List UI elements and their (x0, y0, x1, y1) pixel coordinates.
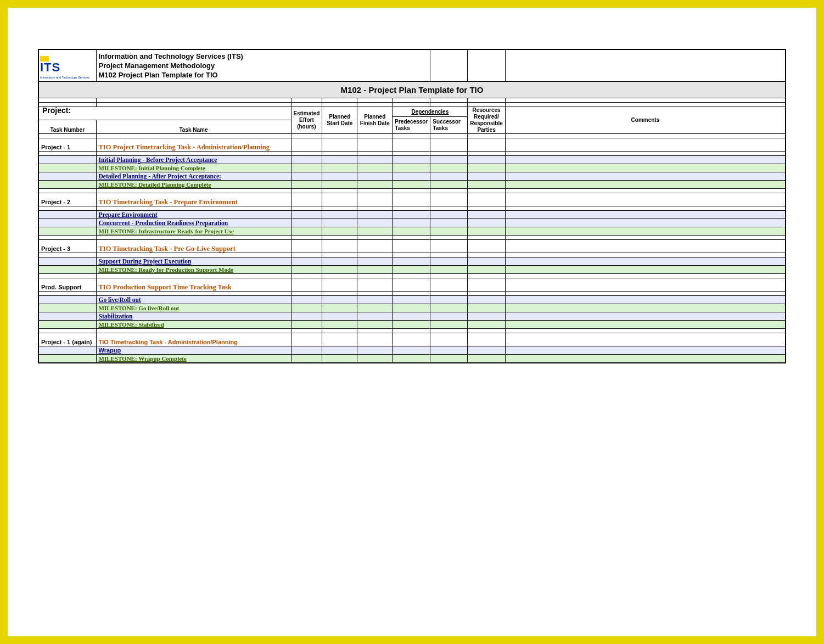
task-name-cell: Detailed Planning - After Project Accept… (96, 172, 291, 181)
table-row: Prod. SupportTIO Production Support Time… (38, 278, 786, 292)
document-page: ITS Information and Technology Services … (0, 0, 824, 644)
task-number-cell: Prod. Support (38, 278, 96, 292)
task-name-cell: Prepare Environment (96, 211, 291, 219)
task-name-cell: TIO Timetracking Task - Administration/P… (96, 333, 291, 346)
milestone-label: MILESTONE: Infrastructure Ready for Proj… (99, 228, 234, 234)
subtask-label: Prepare Environment (99, 211, 158, 218)
table-row (38, 134, 786, 138)
table-row: MILESTONE: Go live/Roll out (38, 304, 786, 312)
task-number-cell: Project - 1 (again) (38, 333, 96, 346)
subtask-label: Go live/Roll out (99, 296, 141, 303)
header-row: ITS Information and Technology Services … (38, 49, 786, 82)
title-row: M102 - Project Plan Template for TIO (38, 82, 786, 98)
banner-title: M102 - Project Plan Template for TIO (38, 82, 786, 98)
milestone-label: MILESTONE: Stabilized (99, 321, 164, 328)
table-row: Prepare Environment (38, 211, 786, 219)
table-row: MILESTONE: Initial Planning Complete (38, 164, 786, 172)
col-resources: Resources Required/ Responsible Parties (468, 107, 505, 134)
col-successor: Successor Tasks (430, 117, 468, 134)
section-heading: TIO Timetracking Task - Pre Go-Live Supp… (99, 245, 236, 253)
table-row (38, 274, 786, 278)
table-row: Detailed Planning - After Project Accept… (38, 172, 786, 181)
table-row (38, 292, 786, 296)
task-name-cell: Initial Planning - Before Project Accept… (96, 156, 291, 164)
table-row: Project - 2TIO Timetracking Task - Prepa… (38, 193, 786, 206)
table-row: MILESTONE: Detailed Planning Complete (38, 181, 786, 189)
task-name-cell: MILESTONE: Ready for Production Support … (96, 266, 291, 274)
task-name-cell: MILESTONE: Wrapup Complete (96, 355, 291, 363)
table-row (38, 206, 786, 211)
table-row: Project - 1TIO Project Timetracking Task… (38, 138, 786, 152)
project-plan-table: ITS Information and Technology Services … (38, 49, 786, 363)
milestone-label: MILESTONE: Initial Planning Complete (99, 165, 205, 171)
table-row: Concurrent - Production Readiness Prepar… (38, 219, 786, 227)
milestone-label: MILESTONE: Ready for Production Support … (99, 266, 233, 273)
table-row: Support During Project Execution (38, 257, 786, 266)
header-text-block: Information and Technology Services (ITS… (96, 49, 430, 82)
subtask-label: Concurrent - Production Readiness Prepar… (99, 220, 228, 226)
task-name-cell: TIO Production Support Time Tracking Tas… (96, 278, 291, 292)
logo-tagline: Information and Technology Services (40, 74, 89, 81)
table-row (38, 152, 786, 156)
spacer-row (38, 98, 786, 103)
table-row: Initial Planning - Before Project Accept… (38, 156, 786, 164)
task-name-cell: MILESTONE: Infrastructure Ready for Proj… (96, 227, 291, 236)
task-name-cell: MILESTONE: Detailed Planning Complete (96, 181, 291, 189)
subtask-label: Stabilization (99, 313, 133, 320)
header-line-1: Information and Technology Services (ITS… (99, 52, 428, 61)
task-number-cell: Project - 2 (38, 193, 96, 206)
section-heading: TIO Timetracking Task - Prepare Environm… (99, 198, 238, 206)
task-number-cell: Project - 1 (38, 138, 96, 152)
task-name-cell: MILESTONE: Stabilized (96, 321, 291, 329)
col-planned-finish: Planned Finish Date (357, 107, 393, 134)
subtask-label: Support During Project Execution (99, 258, 192, 265)
logo-cell: ITS Information and Technology Services (38, 49, 96, 82)
task-name-cell: MILESTONE: Initial Planning Complete (96, 164, 291, 172)
col-task-name: Task Name (96, 120, 291, 134)
logo-brand: ITS (40, 61, 60, 74)
table-row: Go live/Roll out (38, 296, 786, 304)
spacer-row (38, 103, 786, 107)
header-line-3: M102 Project Plan Template for TIO (99, 70, 428, 80)
subtask-label: Initial Planning - Before Project Accept… (99, 156, 217, 163)
col-dependencies: Dependencies (393, 107, 468, 117)
table-row: Wrapup (38, 346, 786, 355)
section-heading: TIO Production Support Time Tracking Tas… (99, 283, 232, 291)
column-header-row-1: Project: Estimated Effort (hours) Planne… (38, 107, 786, 117)
table-row (38, 236, 786, 240)
task-name-cell: MILESTONE: Go live/Roll out (96, 304, 291, 312)
task-name-cell: Stabilization (96, 312, 291, 321)
table-row (38, 189, 786, 193)
col-estimated-effort: Estimated Effort (hours) (291, 107, 322, 134)
task-name-cell: Support During Project Execution (96, 257, 291, 266)
subtask-label: Wrapup (99, 347, 121, 354)
table-row: MILESTONE: Wrapup Complete (38, 355, 786, 363)
table-row: Project - 1 (again)TIO Timetracking Task… (38, 333, 786, 346)
milestone-label: MILESTONE: Wrapup Complete (99, 355, 187, 362)
task-name-cell: Go live/Roll out (96, 296, 291, 304)
col-planned-start: Planned Start Date (322, 107, 357, 134)
col-comments: Comments (505, 107, 786, 134)
table-row: MILESTONE: Infrastructure Ready for Proj… (38, 227, 786, 236)
milestone-label: MILESTONE: Detailed Planning Complete (99, 181, 211, 188)
table-row: Project - 3TIO Timetracking Task - Pre G… (38, 240, 786, 253)
table-body: Project - 1TIO Project Timetracking Task… (38, 134, 786, 363)
col-predecessor: Predecessor Tasks (393, 117, 430, 134)
table-row: Stabilization (38, 312, 786, 321)
task-name-cell: TIO Timetracking Task - Pre Go-Live Supp… (96, 240, 291, 253)
header-line-2: Project Management Methodology (99, 61, 428, 70)
section-heading: TIO Project Timetracking Task - Administ… (99, 143, 270, 151)
task-name-cell: TIO Project Timetracking Task - Administ… (96, 138, 291, 152)
subtask-label: Detailed Planning - After Project Accept… (99, 173, 221, 180)
header-empty-2 (468, 49, 505, 82)
table-row (38, 253, 786, 257)
header-empty-1 (430, 49, 468, 82)
task-name-cell: Concurrent - Production Readiness Prepar… (96, 219, 291, 227)
project-label-header: Project: (38, 107, 291, 120)
section-heading: TIO Timetracking Task - Administration/P… (99, 339, 238, 345)
task-number-cell: Project - 3 (38, 240, 96, 253)
header-empty-3 (505, 49, 786, 82)
task-name-cell: TIO Timetracking Task - Prepare Environm… (96, 193, 291, 206)
table-row (38, 329, 786, 333)
task-name-cell: Wrapup (96, 346, 291, 355)
